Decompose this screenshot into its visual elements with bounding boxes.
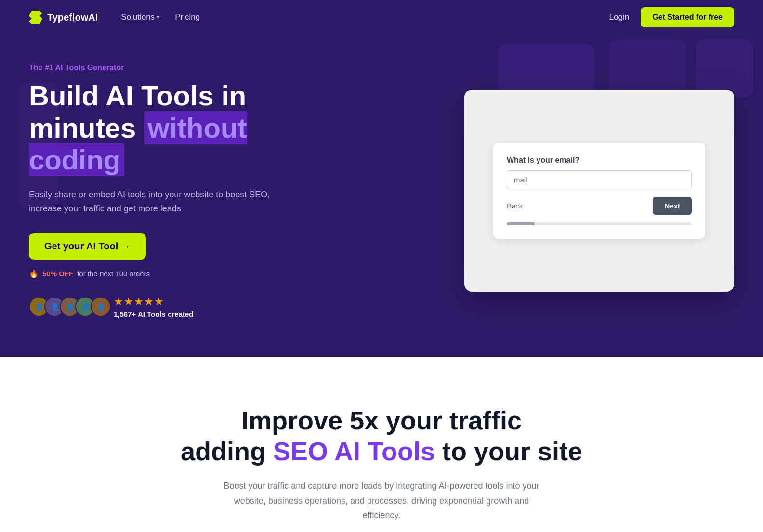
login-button[interactable]: Login xyxy=(609,13,630,22)
get-started-button[interactable]: Get Started for free xyxy=(641,7,734,27)
hero-badge: The #1 AI Tools Generator xyxy=(29,64,318,72)
email-input[interactable] xyxy=(507,170,692,189)
section2-subtitle: Boost your traffic and capture more lead… xyxy=(218,479,545,523)
proof-text: ★★★★★ 1,567+ AI Tools created xyxy=(114,296,194,318)
section2: Improve 5x your traffic adding SEO AI To… xyxy=(0,357,763,532)
avatar: 👤 xyxy=(91,297,111,317)
chevron-down-icon: ▾ xyxy=(157,14,159,21)
logo-icon xyxy=(29,11,42,24)
hero-title: Build AI Tools in minutes without coding xyxy=(29,80,318,176)
navbar: TypeflowAI Solutions ▾ Pricing Login Get… xyxy=(0,0,763,35)
progress-bar xyxy=(507,222,692,225)
nav-links: Solutions ▾ Pricing xyxy=(121,13,200,22)
progress-fill xyxy=(507,222,535,225)
hero-left: The #1 AI Tools Generator Build AI Tools… xyxy=(29,64,318,318)
logo[interactable]: TypeflowAI xyxy=(29,11,98,24)
next-button[interactable]: Next xyxy=(653,197,692,215)
form-label: What is your email? xyxy=(507,156,692,165)
nav-pricing[interactable]: Pricing xyxy=(175,13,200,22)
social-proof: 👤 👤 👤 👤 👤 ★★★★★ 1,567+ AI Tools created xyxy=(29,296,318,318)
discount-percentage: 50% OFF xyxy=(42,270,73,278)
hero-cta-button[interactable]: Get your AI Tool → xyxy=(29,233,146,260)
hero-subtitle: Easily share or embed AI tools into your… xyxy=(29,188,279,216)
section2-title-highlight: SEO AI Tools xyxy=(273,437,435,466)
navbar-right: Login Get Started for free xyxy=(609,7,734,27)
section2-title: Improve 5x your traffic adding SEO AI To… xyxy=(29,405,734,467)
discount-suffix: for the next 100 orders xyxy=(77,270,150,278)
star-rating: ★★★★★ xyxy=(114,296,194,308)
hero-content: The #1 AI Tools Generator Build AI Tools… xyxy=(29,64,734,318)
avatar-group: 👤 👤 👤 👤 👤 xyxy=(29,297,106,317)
hero-section: The #1 AI Tools Generator Build AI Tools… xyxy=(0,35,763,357)
nav-solutions[interactable]: Solutions ▾ xyxy=(121,13,159,22)
discount-row: 🔥 50% OFF for the next 100 orders xyxy=(29,269,318,278)
back-button[interactable]: Back xyxy=(507,202,523,210)
logo-text: TypeflowAI xyxy=(47,12,98,23)
fire-icon: 🔥 xyxy=(29,269,39,278)
email-form: What is your email? Back Next xyxy=(493,143,705,239)
tools-count: 1,567+ AI Tools created xyxy=(114,310,194,318)
hero-right: What is your email? Back Next xyxy=(464,90,734,292)
navbar-left: TypeflowAI Solutions ▾ Pricing xyxy=(29,11,200,24)
form-actions: Back Next xyxy=(507,197,692,215)
form-card: What is your email? Back Next xyxy=(464,90,734,292)
